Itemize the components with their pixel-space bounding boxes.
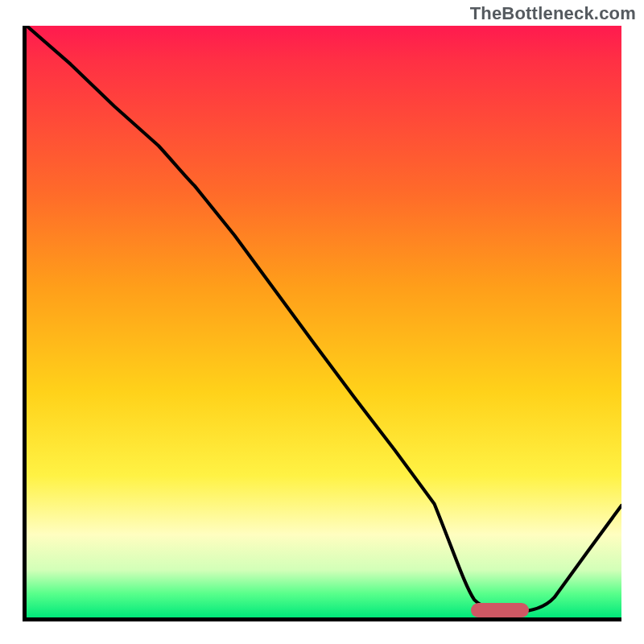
chart-stage: TheBottleneck.com: [0, 0, 644, 644]
curve-path: [27, 26, 621, 612]
plot-frame: [23, 26, 621, 621]
watermark-text: TheBottleneck.com: [470, 3, 636, 24]
optimal-range-marker: [471, 603, 529, 617]
bottleneck-curve: [27, 26, 621, 617]
